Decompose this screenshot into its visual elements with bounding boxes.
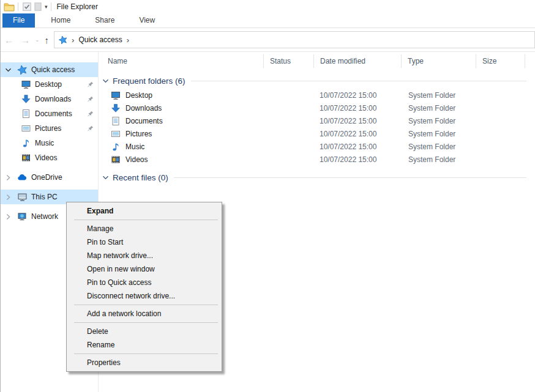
group-header-frequent-folders[interactable]: Frequent folders (6)	[99, 75, 535, 87]
tab-file[interactable]: File	[2, 13, 35, 28]
file-row-desktop[interactable]: Desktop 10/07/2022 15:00 System Folder	[99, 89, 535, 102]
quick-access-star-icon	[59, 35, 67, 44]
pictures-icon	[21, 124, 31, 133]
chevron-down-icon[interactable]	[5, 67, 12, 73]
sidebar-item-videos[interactable]: Videos	[1, 150, 98, 165]
menu-item-rename[interactable]: Rename	[67, 338, 222, 352]
downloads-icon	[21, 94, 31, 104]
pin-icon[interactable]	[86, 95, 94, 103]
navigation-bar: ← → ⌄ ↑ › Quick access ›	[1, 28, 535, 52]
breadcrumb-quick-access[interactable]: Quick access	[78, 35, 122, 44]
column-header-size[interactable]: Size	[476, 54, 525, 68]
music-icon	[111, 142, 121, 152]
tab-view[interactable]: View	[130, 13, 163, 28]
title-bar: ▾ File Explorer	[1, 0, 535, 13]
sidebar-spacer	[1, 185, 98, 190]
sidebar-item-documents[interactable]: Documents	[1, 106, 98, 121]
menu-item-manage[interactable]: Manage	[67, 222, 222, 235]
column-header-status[interactable]: Status	[264, 54, 314, 68]
menu-item-delete[interactable]: Delete	[67, 325, 222, 338]
file-row-music[interactable]: Music 10/07/2022 15:00 System Folder	[99, 140, 535, 153]
chevron-down-icon[interactable]	[102, 174, 109, 181]
chevron-right-icon[interactable]	[5, 194, 12, 201]
sidebar-item-pictures[interactable]: Pictures	[1, 121, 98, 136]
file-name: Music	[125, 142, 144, 151]
menu-item-expand[interactable]: Expand	[67, 204, 222, 218]
menu-item-add-network-location[interactable]: Add a network location	[67, 307, 222, 320]
chevron-right-icon[interactable]	[5, 174, 12, 181]
column-header-type[interactable]: Type	[402, 54, 476, 68]
column-header-date-modified[interactable]: Date modified	[314, 54, 402, 68]
sidebar-item-label: Videos	[35, 153, 57, 162]
menu-item-disconnect-network-drive[interactable]: Disconnect network drive...	[67, 289, 222, 303]
file-name: Desktop	[125, 91, 152, 100]
sidebar-item-onedrive[interactable]: OneDrive	[1, 170, 98, 185]
sidebar-item-label: Desktop	[35, 80, 62, 89]
chevron-right-icon[interactable]	[5, 213, 12, 220]
chevron-down-icon[interactable]	[102, 78, 109, 84]
toolbar-divider	[18, 2, 18, 11]
desktop-icon	[111, 91, 121, 100]
new-folder-icon[interactable]	[32, 1, 43, 12]
group-header-label: Frequent folders (6)	[113, 76, 185, 86]
file-row-downloads[interactable]: Downloads 10/07/2022 15:00 System Folder	[99, 102, 535, 114]
sidebar-item-quick-access[interactable]: Quick access	[1, 62, 98, 77]
address-bar[interactable]: › Quick access ›	[54, 31, 535, 48]
documents-icon	[21, 109, 31, 119]
tab-home[interactable]: Home	[42, 13, 79, 28]
network-icon	[17, 212, 28, 221]
sidebar-spacer	[1, 165, 98, 170]
up-button[interactable]: ↑	[41, 35, 54, 45]
menu-item-map-network-drive[interactable]: Map network drive...	[67, 249, 222, 262]
menu-separator	[74, 353, 218, 354]
onedrive-cloud-icon	[17, 172, 28, 182]
desktop-icon	[21, 80, 31, 89]
recent-locations-caret-icon[interactable]: ⌄	[34, 37, 41, 43]
group-header-rule	[191, 81, 526, 81]
sidebar-item-label: Music	[35, 139, 54, 147]
sidebar-item-label: Downloads	[35, 95, 71, 103]
sidebar-item-label: Quick access	[31, 65, 75, 74]
breadcrumb-chevron-icon[interactable]: ›	[67, 35, 78, 45]
menu-separator	[74, 322, 218, 323]
pictures-icon	[111, 129, 121, 139]
videos-icon	[111, 155, 121, 165]
file-row-videos[interactable]: Videos 10/07/2022 15:00 System Folder	[99, 153, 535, 166]
forward-button[interactable]: →	[17, 35, 34, 45]
file-type: System Folder	[402, 91, 476, 100]
sidebar-item-label: This PC	[31, 193, 58, 201]
this-pc-monitor-icon	[17, 192, 28, 202]
back-button[interactable]: ←	[1, 35, 17, 45]
menu-item-pin-to-quick-access[interactable]: Pin to Quick access	[67, 276, 222, 289]
tab-share[interactable]: Share	[86, 13, 123, 28]
sidebar-item-label: OneDrive	[31, 173, 62, 182]
toolbar-divider	[51, 2, 51, 11]
sidebar-item-music[interactable]: Music	[1, 136, 98, 150]
file-row-documents[interactable]: Documents 10/07/2022 15:00 System Folder	[99, 114, 535, 127]
menu-item-properties[interactable]: Properties	[67, 356, 222, 369]
sidebar-item-downloads[interactable]: Downloads	[1, 92, 98, 106]
pin-icon[interactable]	[86, 81, 94, 89]
breadcrumb-chevron-icon[interactable]: ›	[122, 35, 133, 45]
file-type: System Folder	[402, 155, 476, 164]
file-type: System Folder	[402, 104, 476, 113]
customize-toolbar-caret-icon[interactable]: ▾	[45, 4, 48, 10]
file-date-modified: 10/07/2022 15:00	[314, 104, 402, 113]
downloads-icon	[111, 103, 121, 113]
quick-access-star-icon	[17, 65, 28, 75]
file-type: System Folder	[402, 117, 476, 125]
menu-item-open-in-new-window[interactable]: Open in new window	[67, 262, 222, 276]
sidebar-item-label: Documents	[35, 109, 72, 118]
file-date-modified: 10/07/2022 15:00	[314, 155, 402, 164]
menu-item-pin-to-start[interactable]: Pin to Start	[67, 235, 222, 249]
file-date-modified: 10/07/2022 15:00	[314, 91, 402, 100]
pin-icon[interactable]	[86, 110, 94, 118]
column-header-name[interactable]: Name	[99, 54, 264, 68]
properties-check-icon[interactable]	[21, 1, 32, 12]
file-name: Pictures	[125, 130, 152, 138]
sidebar-item-desktop[interactable]: Desktop	[1, 77, 98, 92]
pin-icon[interactable]	[86, 125, 94, 133]
group-header-recent-files[interactable]: Recent files (0)	[99, 171, 535, 183]
window-title: File Explorer	[57, 2, 98, 11]
file-row-pictures[interactable]: Pictures 10/07/2022 15:00 System Folder	[99, 127, 535, 140]
